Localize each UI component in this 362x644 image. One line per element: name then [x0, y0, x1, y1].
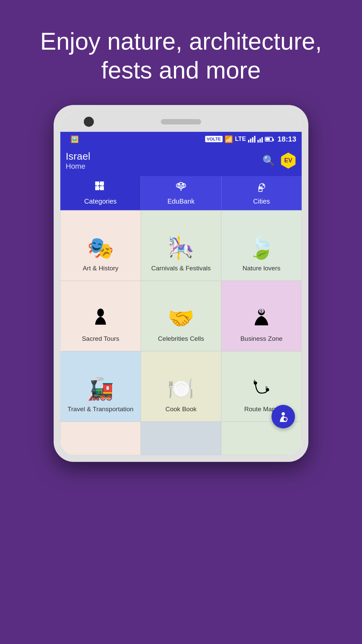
svg-point-27 [282, 412, 285, 416]
svg-text:A: A [253, 379, 256, 383]
category-celebrities-cells[interactable]: 🤝 Celebrities Cells [141, 281, 221, 351]
lte-label: LTE [235, 136, 246, 143]
routemaps-icon: A B [251, 376, 272, 401]
svg-rect-3 [100, 186, 104, 190]
category-business-zone[interactable]: $ Business Zone [221, 281, 302, 351]
svg-text:📍: 📍 [284, 418, 288, 422]
categories-grid: 🎭 Art & History 🎠 Carnivals & Festivals … [60, 210, 302, 422]
tab-categories-label: Categories [84, 198, 117, 205]
cookbook-icon: 🍽️ [168, 376, 194, 401]
business-icon: $ [251, 306, 272, 331]
app-title: Israel [66, 151, 90, 162]
signal-strength2-icon [257, 136, 263, 143]
speaker [161, 119, 201, 124]
svg-rect-17 [261, 188, 262, 189]
ev-badge[interactable]: EV [280, 153, 296, 169]
notification-icon: 🖼️ [70, 135, 79, 143]
status-time: 18:13 [278, 135, 296, 144]
category-travel-transportation[interactable]: 🚂 Travel & Transportation [60, 351, 141, 422]
status-bar: 🖼️ VOLTE 📶 LTE 18:13 [60, 132, 302, 147]
app-subtitle: Home [66, 162, 90, 171]
tab-bar: Categories EduBank [60, 176, 302, 210]
svg-point-11 [179, 184, 180, 185]
phone-mockup: 🖼️ VOLTE 📶 LTE 18:13 [54, 105, 308, 462]
celebrities-icon: 🤝 [168, 306, 194, 331]
cities-tab-icon [255, 181, 267, 196]
carnivals-icon: 🎠 [168, 235, 194, 261]
svg-point-19 [97, 309, 104, 317]
wifi-icon: 📶 [225, 135, 233, 143]
art-history-label: Art & History [83, 265, 119, 272]
sacred-icon [90, 306, 111, 331]
volte-badge: VOLTE [205, 136, 223, 142]
category-cook-book[interactable]: 🍽️ Cook Book [141, 351, 221, 422]
camera [84, 117, 94, 127]
category-art-history[interactable]: 🎭 Art & History [60, 210, 141, 281]
category-carnivals-festivals[interactable]: 🎠 Carnivals & Festivals [141, 210, 221, 281]
svg-point-12 [182, 184, 183, 185]
svg-text:$: $ [260, 309, 262, 314]
partial-row [60, 422, 302, 455]
tab-edubank-label: EduBank [167, 198, 194, 205]
status-icons: 🖼️ VOLTE 📶 LTE 18:13 [205, 135, 296, 144]
partial-cell-1 [60, 422, 141, 455]
category-sacred-tours[interactable]: Sacred Tours [60, 281, 141, 351]
art-history-icon: 🎭 [87, 235, 114, 261]
search-icon[interactable]: 🔍 [262, 155, 275, 166]
travel-icon: 🚂 [87, 376, 114, 401]
partial-cell-3 [221, 422, 302, 455]
app-title-group: Israel Home [66, 151, 90, 171]
header-icons: 🔍 EV [262, 153, 296, 169]
svg-rect-0 [95, 181, 99, 185]
svg-point-18 [262, 184, 264, 186]
category-nature-lovers[interactable]: 🍃 Nature lovers [221, 210, 302, 281]
fab-button[interactable]: 📍 [272, 405, 295, 428]
hero-text: Enjoy nature, architecture, fests and mo… [0, 0, 362, 105]
partial-cell-2 [141, 422, 221, 455]
edubank-tab-icon [175, 181, 187, 196]
svg-text:B: B [265, 386, 268, 390]
tab-cities-label: Cities [253, 198, 270, 205]
categories-tab-icon [95, 181, 107, 196]
tab-categories[interactable]: Categories [60, 176, 141, 210]
svg-rect-16 [259, 188, 260, 189]
phone-top-bar [60, 112, 302, 132]
carnivals-label: Carnivals & Festivals [151, 265, 210, 272]
tab-cities[interactable]: Cities [222, 176, 302, 210]
signal-strength-icon [248, 136, 255, 143]
sacred-label: Sacred Tours [82, 335, 119, 343]
svg-rect-2 [95, 186, 99, 190]
nature-label: Nature lovers [243, 265, 281, 272]
business-label: Business Zone [240, 335, 283, 343]
svg-rect-1 [100, 181, 104, 185]
travel-label: Travel & Transportation [68, 406, 134, 413]
cookbook-label: Cook Book [166, 406, 197, 413]
tab-edubank[interactable]: EduBank [141, 176, 221, 210]
battery-icon [265, 137, 273, 142]
nature-icon: 🍃 [248, 235, 275, 261]
app-header: Israel Home 🔍 EV [60, 147, 302, 176]
celebrities-label: Celebrities Cells [158, 335, 204, 343]
